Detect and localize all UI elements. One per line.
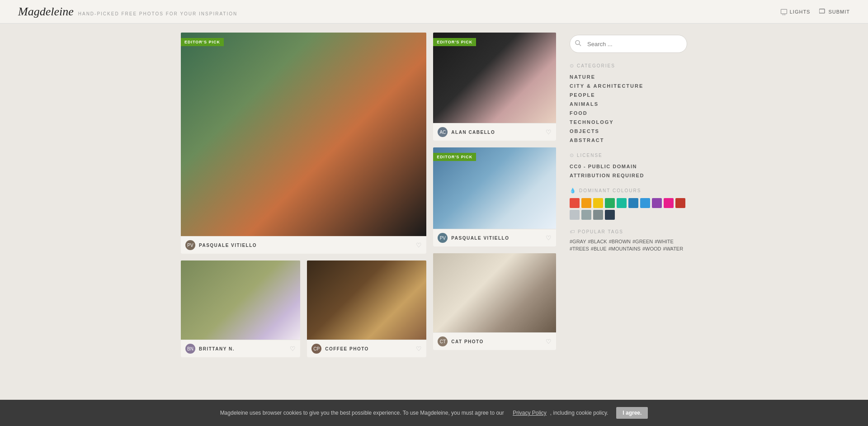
- author-avatar-flowers: BN: [185, 344, 195, 354]
- heart-icon-flowers[interactable]: ♡: [290, 345, 296, 352]
- logo-area: Magdeleine HAND-PICKED FREE PHOTOS FOR Y…: [18, 5, 237, 19]
- site-tagline: HAND-PICKED FREE PHOTOS FOR YOUR INSPIRA…: [78, 11, 237, 16]
- search-box: [570, 35, 687, 53]
- site-logo[interactable]: Magdeleine: [18, 5, 74, 19]
- author-avatar-cat: CT: [438, 336, 448, 346]
- list-item: ABSTRACT: [570, 137, 687, 143]
- photo-footer-purple-flowers: BN BRITTANY N. ♡: [181, 340, 300, 357]
- svg-rect-0: [819, 9, 825, 13]
- author-info-clouds: PV PASQUALE VITIELLO: [438, 233, 509, 243]
- tag-brown[interactable]: #BROWN: [609, 239, 631, 244]
- photo-footer-clouds: PV PASQUALE VITIELLO ♡: [433, 229, 556, 246]
- heart-icon-car[interactable]: ♡: [416, 241, 422, 249]
- author-name-car: PASQUALE VITIELLO: [199, 243, 257, 248]
- category-animals[interactable]: ANIMALS: [570, 101, 599, 107]
- swatch-red[interactable]: [570, 198, 580, 208]
- photo-col-right: EDITOR'S PICK AC ALAN CABELLO ♡ EDITOR'S…: [433, 33, 556, 357]
- categories-section: ⊙ CATEGORIES NATURE CITY & ARCHITECTURE …: [570, 63, 687, 143]
- sidebar: ⊙ CATEGORIES NATURE CITY & ARCHITECTURE …: [570, 33, 687, 357]
- photos-area: EDITOR'S PICK PV PASQUALE VITIELLO ♡ BN: [181, 33, 556, 357]
- swatch-dark-red[interactable]: [675, 198, 685, 208]
- swatch-green[interactable]: [605, 198, 615, 208]
- list-item: FOOD: [570, 109, 687, 116]
- photo-card-car[interactable]: EDITOR'S PICK PV PASQUALE VITIELLO ♡: [181, 33, 426, 254]
- color-swatches: [570, 198, 687, 220]
- category-objects[interactable]: OBJECTS: [570, 128, 599, 134]
- bottom-row-left: BN BRITTANY N. ♡ CP COFFEE PHOTO ♡: [181, 260, 426, 357]
- license-attribution[interactable]: ATTRIBUTION REQUIRED: [570, 173, 644, 178]
- lights-button[interactable]: LIGHTS: [781, 9, 811, 14]
- colours-title: 💧 DOMINANT COLOURS: [570, 188, 687, 194]
- author-info-coffee: CP COFFEE PHOTO: [311, 344, 369, 354]
- search-icon: [575, 40, 581, 48]
- category-nature[interactable]: NATURE: [570, 74, 595, 80]
- popular-tags: #GRAY #BLACK #BROWN #GREEN #WHITE #TREES…: [570, 239, 687, 251]
- submit-button[interactable]: SUBMIT: [819, 9, 850, 15]
- author-avatar-coffee: CP: [311, 344, 321, 354]
- category-technology[interactable]: TECHNOLOGY: [570, 119, 614, 125]
- tag-blue[interactable]: #BLUE: [591, 246, 607, 251]
- heart-icon-flower[interactable]: ♡: [546, 128, 552, 136]
- tags-section: 🏷 POPULAR TAGS #GRAY #BLACK #BROWN #GREE…: [570, 229, 687, 251]
- heart-icon-cat[interactable]: ♡: [546, 338, 552, 345]
- list-item: CC0 - PUBLIC DOMAIN: [570, 163, 687, 170]
- photo-card-coffee[interactable]: CP COFFEE PHOTO ♡: [307, 260, 426, 357]
- category-people[interactable]: PEOPLE: [570, 92, 595, 98]
- categories-icon: ⊙: [570, 63, 575, 69]
- tag-wood[interactable]: #WOOD: [642, 246, 661, 251]
- author-name-cat: CAT PHOTO: [451, 339, 483, 344]
- swatch-blue[interactable]: [628, 198, 638, 208]
- site-header: Magdeleine HAND-PICKED FREE PHOTOS FOR Y…: [0, 0, 868, 24]
- tag-mountains[interactable]: #MOUNTAINS: [609, 246, 641, 251]
- swatch-purple[interactable]: [652, 198, 662, 208]
- tag-trees[interactable]: #TREES: [570, 246, 589, 251]
- heart-icon-clouds[interactable]: ♡: [546, 234, 552, 241]
- tag-water[interactable]: #WATER: [663, 246, 684, 251]
- author-info-flowers: BN BRITTANY N.: [185, 344, 235, 354]
- header-actions: LIGHTS SUBMIT: [781, 9, 850, 15]
- tag-green[interactable]: #GREEN: [632, 239, 653, 244]
- category-city[interactable]: CITY & ARCHITECTURE: [570, 83, 643, 89]
- heart-icon-coffee[interactable]: ♡: [416, 345, 422, 352]
- svg-point-1: [576, 41, 580, 45]
- tag-black[interactable]: #BLACK: [588, 239, 607, 244]
- tag-white[interactable]: #WHITE: [655, 239, 674, 244]
- colours-section: 💧 DOMINANT COLOURS: [570, 188, 687, 220]
- swatch-gray[interactable]: [581, 210, 591, 220]
- license-cc0[interactable]: CC0 - PUBLIC DOMAIN: [570, 164, 637, 169]
- photo-image-cat: [433, 253, 556, 332]
- svg-line-2: [579, 44, 581, 46]
- editors-pick-badge: EDITOR'S PICK: [181, 38, 224, 46]
- swatch-light-blue[interactable]: [640, 198, 650, 208]
- author-avatar-flower: AC: [438, 127, 448, 137]
- photo-card-flower[interactable]: EDITOR'S PICK AC ALAN CABELLO ♡: [433, 33, 556, 141]
- tag-gray[interactable]: #GRAY: [570, 239, 586, 244]
- author-name-flowers: BRITTANY N.: [199, 346, 235, 351]
- swatch-pink[interactable]: [664, 198, 674, 208]
- swatch-orange[interactable]: [581, 198, 591, 208]
- author-avatar-clouds: PV: [438, 233, 448, 243]
- tags-icon: 🏷: [570, 229, 576, 234]
- author-info-flower: AC ALAN CABELLO: [438, 127, 495, 137]
- photo-card-purple-flowers[interactable]: BN BRITTANY N. ♡: [181, 260, 300, 357]
- swatch-black[interactable]: [605, 210, 615, 220]
- swatch-light-gray[interactable]: [570, 210, 580, 220]
- swatch-yellow[interactable]: [593, 198, 603, 208]
- editors-pick-badge-clouds: EDITOR'S PICK: [433, 153, 476, 161]
- photo-image-coffee: [307, 260, 426, 340]
- list-item: ATTRIBUTION REQUIRED: [570, 172, 687, 179]
- editors-pick-badge-flower: EDITOR'S PICK: [433, 38, 476, 46]
- license-icon: ⊙: [570, 152, 575, 158]
- photo-card-cat[interactable]: CT CAT PHOTO ♡: [433, 253, 556, 350]
- author-info-car: PV PASQUALE VITIELLO: [185, 240, 257, 250]
- category-abstract[interactable]: ABSTRACT: [570, 137, 604, 143]
- search-input[interactable]: [570, 35, 687, 53]
- category-food[interactable]: FOOD: [570, 110, 588, 116]
- category-list: NATURE CITY & ARCHITECTURE PEOPLE ANIMAL…: [570, 73, 687, 143]
- license-list: CC0 - PUBLIC DOMAIN ATTRIBUTION REQUIRED: [570, 163, 687, 179]
- list-item: NATURE: [570, 73, 687, 80]
- swatch-dark-gray[interactable]: [593, 210, 603, 220]
- license-title: ⊙ LICENSE: [570, 152, 687, 158]
- photo-card-clouds[interactable]: EDITOR'S PICK PV PASQUALE VITIELLO ♡: [433, 147, 556, 246]
- swatch-teal[interactable]: [617, 198, 627, 208]
